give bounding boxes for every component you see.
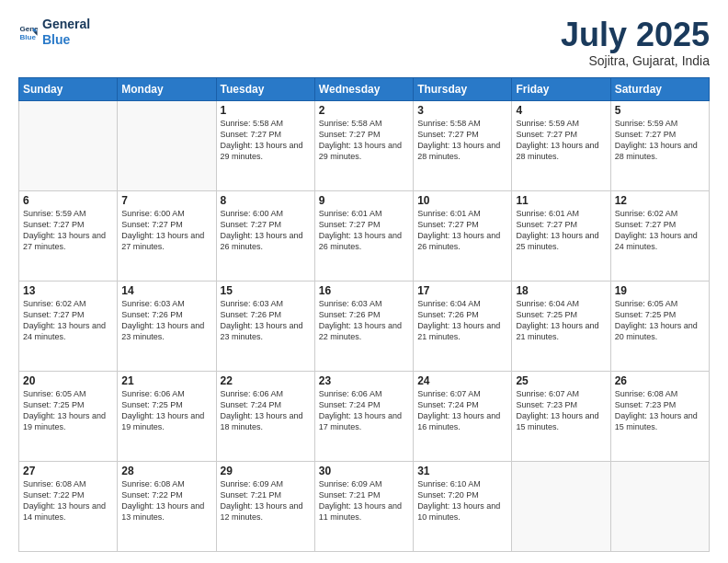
daylight-label: Daylight: 13 hours and 29 minutes. bbox=[221, 141, 303, 161]
calendar-day-cell: 31Sunrise: 6:10 AMSunset: 7:20 PMDayligh… bbox=[414, 461, 512, 551]
daylight-label: Daylight: 13 hours and 29 minutes. bbox=[319, 141, 402, 161]
sunrise-label: Sunrise: 6:03 AM bbox=[121, 299, 185, 308]
daylight-label: Daylight: 13 hours and 28 minutes. bbox=[615, 141, 698, 161]
calendar-week-row: 27Sunrise: 6:08 AMSunset: 7:22 PMDayligh… bbox=[19, 461, 710, 551]
calendar-day-cell: 28Sunrise: 6:08 AMSunset: 7:22 PMDayligh… bbox=[118, 461, 216, 551]
sunset-label: Sunset: 7:24 PM bbox=[221, 400, 282, 409]
weekday-header-thursday: Thursday bbox=[414, 77, 512, 100]
day-number: 25 bbox=[516, 374, 606, 387]
day-detail: Sunrise: 6:02 AMSunset: 7:27 PMDaylight:… bbox=[615, 208, 705, 253]
calendar-day-cell: 29Sunrise: 6:09 AMSunset: 7:21 PMDayligh… bbox=[216, 461, 314, 551]
weekday-header-monday: Monday bbox=[118, 77, 216, 100]
day-detail: Sunrise: 6:00 AMSunset: 7:27 PMDaylight:… bbox=[121, 208, 211, 253]
day-detail: Sunrise: 6:09 AMSunset: 7:21 PMDaylight:… bbox=[221, 478, 311, 523]
logo-text: General Blue bbox=[42, 17, 90, 48]
day-detail: Sunrise: 6:08 AMSunset: 7:22 PMDaylight:… bbox=[23, 478, 113, 523]
calendar-day-cell: 20Sunrise: 6:05 AMSunset: 7:25 PMDayligh… bbox=[19, 371, 118, 461]
day-detail: Sunrise: 6:03 AMSunset: 7:26 PMDaylight:… bbox=[121, 298, 211, 343]
calendar-table: SundayMondayTuesdayWednesdayThursdayFrid… bbox=[18, 77, 710, 552]
daylight-label: Daylight: 13 hours and 15 minutes. bbox=[516, 411, 598, 431]
sunrise-label: Sunrise: 6:10 AM bbox=[417, 479, 481, 488]
daylight-label: Daylight: 13 hours and 19 minutes. bbox=[23, 411, 106, 431]
daylight-label: Daylight: 13 hours and 13 minutes. bbox=[121, 501, 204, 522]
calendar-day-cell: 13Sunrise: 6:02 AMSunset: 7:27 PMDayligh… bbox=[19, 281, 118, 371]
day-number: 10 bbox=[417, 194, 507, 207]
sunrise-label: Sunrise: 6:06 AM bbox=[121, 389, 185, 398]
calendar-day-cell: 3Sunrise: 5:58 AMSunset: 7:27 PMDaylight… bbox=[414, 100, 512, 190]
day-detail: Sunrise: 6:00 AMSunset: 7:27 PMDaylight:… bbox=[221, 208, 311, 253]
logo-icon: General Blue bbox=[18, 22, 39, 42]
sunset-label: Sunset: 7:22 PM bbox=[23, 490, 85, 500]
day-number: 27 bbox=[23, 465, 113, 477]
day-detail: Sunrise: 6:05 AMSunset: 7:25 PMDaylight:… bbox=[23, 388, 113, 433]
day-number: 4 bbox=[516, 104, 606, 117]
sunrise-label: Sunrise: 6:08 AM bbox=[121, 479, 185, 488]
logo-line2: Blue bbox=[42, 32, 90, 48]
sunrise-label: Sunrise: 5:59 AM bbox=[516, 119, 579, 128]
daylight-label: Daylight: 13 hours and 25 minutes. bbox=[516, 231, 598, 251]
svg-text:Blue: Blue bbox=[19, 33, 36, 41]
calendar-day-cell bbox=[610, 461, 709, 551]
day-detail: Sunrise: 6:06 AMSunset: 7:25 PMDaylight:… bbox=[121, 388, 211, 433]
day-detail: Sunrise: 6:04 AMSunset: 7:26 PMDaylight:… bbox=[417, 298, 507, 343]
daylight-label: Daylight: 13 hours and 16 minutes. bbox=[417, 411, 500, 431]
daylight-label: Daylight: 13 hours and 15 minutes. bbox=[615, 411, 698, 431]
calendar-day-cell: 14Sunrise: 6:03 AMSunset: 7:26 PMDayligh… bbox=[118, 281, 216, 371]
day-detail: Sunrise: 6:03 AMSunset: 7:26 PMDaylight:… bbox=[221, 298, 311, 343]
sunset-label: Sunset: 7:21 PM bbox=[319, 490, 381, 500]
day-number: 23 bbox=[319, 374, 409, 387]
sunset-label: Sunset: 7:27 PM bbox=[23, 310, 85, 319]
sunset-label: Sunset: 7:27 PM bbox=[615, 220, 677, 229]
daylight-label: Daylight: 13 hours and 23 minutes. bbox=[221, 321, 303, 341]
sunrise-label: Sunrise: 5:58 AM bbox=[417, 119, 481, 128]
day-detail: Sunrise: 5:59 AMSunset: 7:27 PMDaylight:… bbox=[23, 208, 113, 253]
sunrise-label: Sunrise: 6:01 AM bbox=[516, 209, 579, 218]
weekday-header-wednesday: Wednesday bbox=[314, 77, 413, 100]
logo: General Blue General Blue bbox=[18, 17, 90, 48]
daylight-label: Daylight: 13 hours and 23 minutes. bbox=[121, 321, 204, 341]
sunset-label: Sunset: 7:23 PM bbox=[615, 400, 677, 409]
sunrise-label: Sunrise: 6:04 AM bbox=[516, 299, 579, 308]
sunrise-label: Sunrise: 5:59 AM bbox=[615, 119, 678, 128]
day-number: 15 bbox=[221, 284, 311, 297]
sunset-label: Sunset: 7:25 PM bbox=[615, 310, 677, 319]
weekday-header-friday: Friday bbox=[512, 77, 610, 100]
daylight-label: Daylight: 13 hours and 26 minutes. bbox=[319, 231, 402, 251]
logo-line1: General bbox=[42, 17, 90, 32]
daylight-label: Daylight: 13 hours and 26 minutes. bbox=[221, 231, 303, 251]
calendar-day-cell: 8Sunrise: 6:00 AMSunset: 7:27 PMDaylight… bbox=[216, 190, 314, 281]
calendar-week-row: 6Sunrise: 5:59 AMSunset: 7:27 PMDaylight… bbox=[19, 190, 710, 281]
sunset-label: Sunset: 7:24 PM bbox=[417, 400, 479, 409]
daylight-label: Daylight: 13 hours and 14 minutes. bbox=[23, 501, 106, 522]
sunrise-label: Sunrise: 6:09 AM bbox=[221, 479, 284, 488]
sunset-label: Sunset: 7:27 PM bbox=[516, 130, 577, 139]
daylight-label: Daylight: 13 hours and 27 minutes. bbox=[121, 231, 204, 251]
calendar-day-cell: 22Sunrise: 6:06 AMSunset: 7:24 PMDayligh… bbox=[216, 371, 314, 461]
day-number: 29 bbox=[221, 465, 311, 477]
sunset-label: Sunset: 7:27 PM bbox=[121, 220, 183, 229]
sunrise-label: Sunrise: 6:04 AM bbox=[417, 299, 481, 308]
calendar-day-cell: 18Sunrise: 6:04 AMSunset: 7:25 PMDayligh… bbox=[512, 281, 610, 371]
sunset-label: Sunset: 7:25 PM bbox=[23, 400, 85, 409]
day-detail: Sunrise: 6:01 AMSunset: 7:27 PMDaylight:… bbox=[319, 208, 409, 253]
daylight-label: Daylight: 13 hours and 28 minutes. bbox=[417, 141, 500, 161]
sunrise-label: Sunrise: 6:03 AM bbox=[221, 299, 284, 308]
daylight-label: Daylight: 13 hours and 22 minutes. bbox=[319, 321, 402, 341]
day-number: 13 bbox=[23, 284, 113, 297]
sunrise-label: Sunrise: 6:01 AM bbox=[319, 209, 382, 218]
day-number: 20 bbox=[23, 374, 113, 387]
calendar-day-cell: 10Sunrise: 6:01 AMSunset: 7:27 PMDayligh… bbox=[414, 190, 512, 281]
header: General Blue General Blue July 2025 Soji… bbox=[18, 17, 710, 68]
daylight-label: Daylight: 13 hours and 18 minutes. bbox=[221, 411, 303, 431]
sunrise-label: Sunrise: 6:02 AM bbox=[23, 299, 86, 308]
day-number: 24 bbox=[417, 374, 507, 387]
sunset-label: Sunset: 7:23 PM bbox=[516, 400, 577, 409]
sunset-label: Sunset: 7:25 PM bbox=[121, 400, 183, 409]
calendar-week-row: 13Sunrise: 6:02 AMSunset: 7:27 PMDayligh… bbox=[19, 281, 710, 371]
day-number: 18 bbox=[516, 284, 606, 297]
day-detail: Sunrise: 6:04 AMSunset: 7:25 PMDaylight:… bbox=[516, 298, 606, 343]
day-number: 26 bbox=[615, 374, 705, 387]
day-number: 2 bbox=[319, 104, 409, 117]
sunset-label: Sunset: 7:27 PM bbox=[417, 220, 479, 229]
daylight-label: Daylight: 13 hours and 21 minutes. bbox=[516, 321, 598, 341]
